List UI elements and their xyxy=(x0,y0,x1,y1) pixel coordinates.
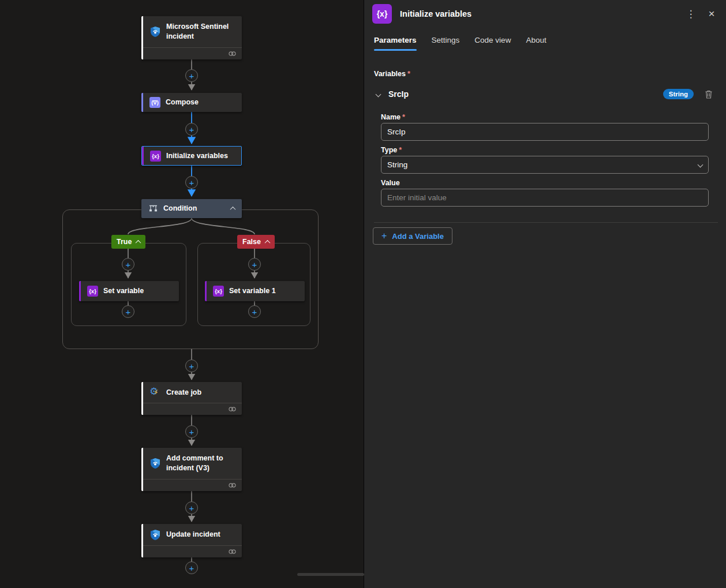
node-accent-bar xyxy=(141,93,143,112)
operation-details-panel: {x} Initialize variables ⋮ × Parameters … xyxy=(365,0,726,588)
condition-icon xyxy=(148,204,158,213)
node-add-comment-to-incident[interactable]: Add comment to incident (V3) xyxy=(141,448,242,491)
tab-parameters[interactable]: Parameters xyxy=(374,36,417,51)
insert-step-button[interactable]: + xyxy=(185,359,198,372)
node-set-variable-1[interactable]: {x} Set variable 1 xyxy=(205,281,305,301)
automation-job-icon: ⚙ ⚡ xyxy=(149,387,161,398)
insert-step-button[interactable]: + xyxy=(122,258,134,271)
insert-step-button[interactable]: + xyxy=(185,123,198,136)
plus-icon: + xyxy=(189,72,194,80)
insert-step-button[interactable]: + xyxy=(185,176,198,189)
collapse-chevron-icon[interactable] xyxy=(230,207,236,212)
variable-name-input[interactable] xyxy=(381,123,709,141)
connection-link-icon xyxy=(228,406,237,412)
node-set-variable[interactable]: {x} Set variable xyxy=(79,281,179,301)
false-branch-badge[interactable]: False xyxy=(237,235,275,249)
panel-header: {x} Initialize variables ⋮ × xyxy=(372,4,718,24)
required-asterisk: * xyxy=(399,146,402,154)
node-accent-bar xyxy=(205,281,207,301)
node-initialize-variables[interactable]: {x} Initialize variables xyxy=(141,146,242,166)
node-accent-bar xyxy=(142,147,144,165)
node-accent-bar xyxy=(141,524,143,557)
add-variable-button[interactable]: + Add a Variable xyxy=(373,227,452,245)
variables-icon: {x} xyxy=(87,286,98,297)
badge-label: False xyxy=(242,238,261,246)
node-update-incident[interactable]: Update incident xyxy=(141,524,242,557)
plus-icon: + xyxy=(252,260,257,269)
node-label: Set variable xyxy=(103,286,144,296)
node-footer xyxy=(141,403,242,415)
section-divider xyxy=(374,222,718,223)
value-field-label: Value xyxy=(381,179,400,187)
tab-code-view[interactable]: Code view xyxy=(474,36,511,51)
plus-icon: + xyxy=(252,308,257,316)
variables-icon: {x} xyxy=(213,286,224,297)
node-label: Set variable 1 xyxy=(229,286,276,296)
tab-about[interactable]: About xyxy=(526,36,546,51)
badge-label: True xyxy=(117,238,132,246)
more-options-icon[interactable]: ⋮ xyxy=(684,8,697,20)
connection-link-icon xyxy=(228,482,237,488)
plus-icon: + xyxy=(189,504,194,512)
variable-name-heading: SrcIp xyxy=(388,89,409,99)
variable-value-input[interactable] xyxy=(381,189,709,207)
variable-type-badge: String xyxy=(663,89,694,99)
node-footer xyxy=(141,47,242,59)
delete-variable-icon[interactable] xyxy=(704,89,713,99)
node-label: Compose xyxy=(166,98,199,107)
plus-icon: + xyxy=(189,564,194,572)
add-variable-label: Add a Variable xyxy=(392,232,444,241)
node-microsoft-sentinel-incident[interactable]: Microsoft Sentinel incident xyxy=(141,16,242,59)
close-icon[interactable]: × xyxy=(705,8,718,20)
chevron-down-icon xyxy=(376,91,381,97)
panel-title: Initialize variables xyxy=(400,9,471,18)
node-label: Microsoft Sentinel incident xyxy=(166,22,234,42)
insert-step-button[interactable]: + xyxy=(248,258,261,271)
node-label: Add comment to incident (V3) xyxy=(166,454,234,473)
insert-step-button[interactable]: + xyxy=(185,501,198,514)
node-accent-bar xyxy=(141,16,143,59)
insert-step-button[interactable]: + xyxy=(185,561,198,574)
insert-step-button[interactable]: + xyxy=(185,69,198,82)
node-accent-bar xyxy=(141,448,143,491)
tab-settings[interactable]: Settings xyxy=(432,36,460,51)
node-condition[interactable]: Condition xyxy=(141,199,242,218)
node-label: Initialize variables xyxy=(166,151,228,161)
node-compose[interactable]: (∇) Compose xyxy=(141,93,242,112)
chevron-down-icon xyxy=(698,162,703,168)
variable-accordion-row[interactable]: SrcIp String xyxy=(376,87,713,101)
workflow-canvas[interactable]: Microsoft Sentinel incident (∇) Compose … xyxy=(0,0,364,588)
plus-icon: + xyxy=(189,362,194,370)
plus-icon: + xyxy=(381,231,387,241)
node-footer xyxy=(141,545,242,557)
plus-icon: + xyxy=(126,308,131,316)
node-accent-bar xyxy=(79,281,81,301)
insert-step-button[interactable]: + xyxy=(248,305,261,318)
required-asterisk: * xyxy=(402,113,405,121)
variables-icon: {x} xyxy=(150,151,161,162)
true-branch-badge[interactable]: True xyxy=(111,235,145,249)
node-create-job[interactable]: ⚙ ⚡ Create job xyxy=(141,382,242,415)
sentinel-shield-icon xyxy=(149,26,161,38)
connection-link-icon xyxy=(228,549,237,555)
connection-link-icon xyxy=(228,51,237,57)
type-field-label: Type* xyxy=(381,146,402,154)
variable-type-dropdown[interactable]: String xyxy=(381,156,709,174)
name-field-label: Name* xyxy=(381,113,405,121)
panel-tabs: Parameters Settings Code view About xyxy=(374,36,547,51)
insert-step-button[interactable]: + xyxy=(185,425,198,438)
plus-icon: + xyxy=(189,428,194,436)
required-asterisk: * xyxy=(407,70,410,78)
horizontal-scrollbar[interactable] xyxy=(297,573,364,576)
logic-app-designer: Microsoft Sentinel incident (∇) Compose … xyxy=(0,0,726,588)
collapse-chevron-icon xyxy=(136,239,141,245)
collapse-chevron-icon xyxy=(265,239,271,245)
node-label: Condition xyxy=(163,204,197,214)
plus-icon: + xyxy=(189,125,194,134)
node-footer xyxy=(141,479,242,491)
node-accent-bar xyxy=(141,382,143,415)
insert-step-button[interactable]: + xyxy=(122,305,134,318)
type-selected-value: String xyxy=(387,160,407,169)
variables-section-label: Variables* xyxy=(374,70,410,78)
plus-icon: + xyxy=(189,178,194,187)
